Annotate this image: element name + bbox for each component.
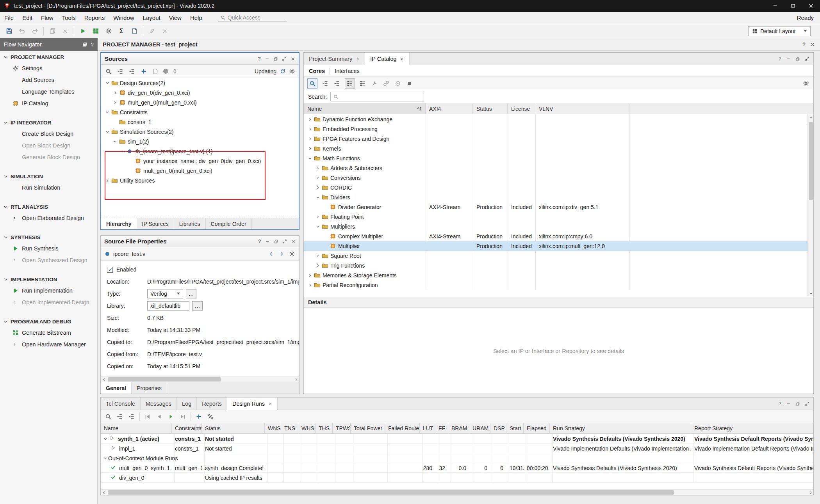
search-icon[interactable]	[105, 67, 112, 75]
close-icon[interactable]	[291, 57, 295, 61]
search-icon[interactable]	[307, 78, 317, 89]
settings-gear-icon[interactable]	[104, 27, 113, 35]
forward-arrow-icon[interactable]	[279, 251, 284, 257]
column-header-name[interactable]: Name^1	[304, 103, 426, 114]
tab-project-summary[interactable]: Project Summary	[304, 53, 365, 65]
tab-design-runs[interactable]: Design Runs	[227, 398, 278, 410]
type-dropdown[interactable]: Verilog	[147, 289, 183, 298]
minimize-icon[interactable]	[265, 57, 269, 61]
catalog-row[interactable]: Trig Functions	[304, 261, 808, 270]
help-icon[interactable]: ?	[258, 56, 261, 62]
expand-all-icon[interactable]	[128, 413, 135, 421]
scroll-right-arrow[interactable]	[293, 376, 299, 382]
column-header[interactable]: Elapsed	[524, 423, 550, 433]
column-header[interactable]: TPWS	[333, 423, 351, 433]
nav-ip-catalog[interactable]: IP Catalog	[0, 98, 97, 109]
nav-run-synthesis[interactable]: Run Synthesis	[0, 243, 97, 254]
tab-compile-order[interactable]: Compile Order	[206, 218, 252, 229]
enabled-checkbox[interactable]	[107, 267, 113, 273]
repository-settings-icon[interactable]	[371, 80, 378, 87]
float-icon[interactable]	[795, 401, 800, 406]
undo-icon[interactable]	[18, 27, 26, 35]
menu-layout[interactable]: Layout	[139, 14, 165, 21]
delete-icon[interactable]	[61, 27, 70, 35]
expander-icon[interactable]	[307, 116, 313, 122]
back-arrow-icon[interactable]	[269, 251, 274, 257]
help-icon[interactable]: ?	[779, 56, 781, 62]
help-icon[interactable]: ?	[258, 238, 261, 244]
menu-help[interactable]: Help	[186, 14, 207, 21]
column-header-status[interactable]: Status	[473, 103, 508, 114]
catalog-row[interactable]: Kernels	[304, 144, 808, 153]
expand-all-icon[interactable]	[333, 80, 341, 87]
scrollbar-thumb[interactable]	[809, 122, 813, 200]
scroll-left-arrow[interactable]	[101, 490, 107, 495]
nav-section-program-debug[interactable]: PROGRAM AND DEBUG	[0, 316, 97, 327]
float-icon[interactable]	[274, 239, 278, 244]
expand-all-icon[interactable]	[128, 67, 136, 75]
horizontal-scrollbar[interactable]	[101, 489, 813, 495]
tab-ip-catalog[interactable]: IP Catalog	[365, 53, 409, 65]
column-header[interactable]: Failed Routes	[385, 423, 420, 433]
column-header[interactable]: Total Power	[351, 423, 385, 433]
type-more-button[interactable]: …	[186, 289, 196, 298]
catalog-row[interactable]: CORDIC	[304, 183, 808, 192]
save-icon[interactable]	[5, 27, 13, 35]
nav-open-synthesized-design[interactable]: Open Synthesized Design	[0, 254, 97, 266]
expander-icon[interactable]	[315, 253, 321, 259]
nav-run-simulation[interactable]: Run Simulation	[0, 182, 97, 193]
scroll-down-arrow[interactable]	[808, 290, 814, 296]
create-run-icon[interactable]	[195, 413, 203, 421]
minimize-icon[interactable]	[786, 401, 791, 406]
menu-edit[interactable]: Edit	[18, 14, 37, 21]
nav-open-block-design[interactable]: Open Block Design	[0, 140, 97, 151]
maximize-window-icon[interactable]	[784, 0, 802, 12]
expander-icon[interactable]	[112, 99, 118, 105]
minimize-icon[interactable]	[786, 57, 791, 61]
close-tab-icon[interactable]	[268, 402, 272, 406]
column-header-vlnv[interactable]: VLNV	[535, 103, 629, 114]
expander-icon[interactable]	[307, 136, 313, 142]
catalog-row[interactable]: Partial Reconfiguration	[304, 280, 808, 290]
column-header[interactable]: BRAM	[448, 423, 469, 433]
stop-icon[interactable]	[406, 80, 414, 87]
expander-icon[interactable]	[307, 272, 313, 278]
tree-row[interactable]: tb_ipcore_test (ipcore_test.v) (1)	[101, 146, 299, 156]
expander-icon[interactable]	[104, 177, 110, 183]
catalog-row[interactable]: FPGA Features and Design	[304, 134, 808, 144]
gear-icon[interactable]	[289, 251, 295, 257]
catalog-row[interactable]: Complex MultiplierAXI4-StreamProductionI…	[304, 231, 808, 241]
search-icon[interactable]	[104, 413, 112, 421]
layout-selector[interactable]: Default Layout	[748, 26, 811, 36]
skip-to-start-icon[interactable]	[144, 413, 152, 421]
nav-open-elaborated-design[interactable]: Open Elaborated Design	[0, 212, 97, 224]
gear-icon[interactable]	[802, 80, 810, 87]
menu-window[interactable]: Window	[109, 14, 138, 21]
catalog-row[interactable]: Conversions	[304, 173, 808, 183]
expander-icon[interactable]	[104, 80, 110, 86]
menu-tools[interactable]: Tools	[58, 14, 80, 21]
expander-icon[interactable]	[112, 90, 118, 96]
run-icon[interactable]	[78, 27, 87, 35]
scrollbar-thumb[interactable]	[108, 377, 221, 382]
tree-row[interactable]: your_instance_name : div_gen_0 (div_gen_…	[101, 156, 299, 166]
catalog-row[interactable]: Floating Point	[304, 212, 808, 222]
run-row-div-gen[interactable]: div_gen_0 Using cached IP results	[101, 473, 813, 483]
tree-row[interactable]: Design Sources (2)	[101, 78, 299, 88]
copy-icon[interactable]	[48, 27, 57, 35]
expander-icon[interactable]	[112, 138, 118, 144]
target-icon[interactable]	[394, 80, 402, 87]
group-by-category-icon[interactable]	[345, 78, 355, 89]
maximize-icon[interactable]	[805, 401, 809, 406]
expander-icon[interactable]	[315, 194, 321, 200]
run-row-impl1[interactable]: impl_1 constrs_1 Not started Vivado Impl…	[101, 444, 813, 453]
tab-log[interactable]: Log	[177, 398, 197, 410]
nav-settings[interactable]: Settings	[0, 62, 97, 74]
expander-icon[interactable]	[120, 148, 126, 154]
expander-icon[interactable]	[307, 146, 313, 151]
expander-icon[interactable]	[102, 455, 108, 461]
run-group-row[interactable]: Out-of-Context Module Runs	[101, 453, 813, 463]
refresh-icon[interactable]	[280, 69, 285, 74]
report-sum-icon[interactable]: Σ	[117, 27, 126, 35]
tree-row[interactable]: constrs_1	[101, 117, 299, 127]
